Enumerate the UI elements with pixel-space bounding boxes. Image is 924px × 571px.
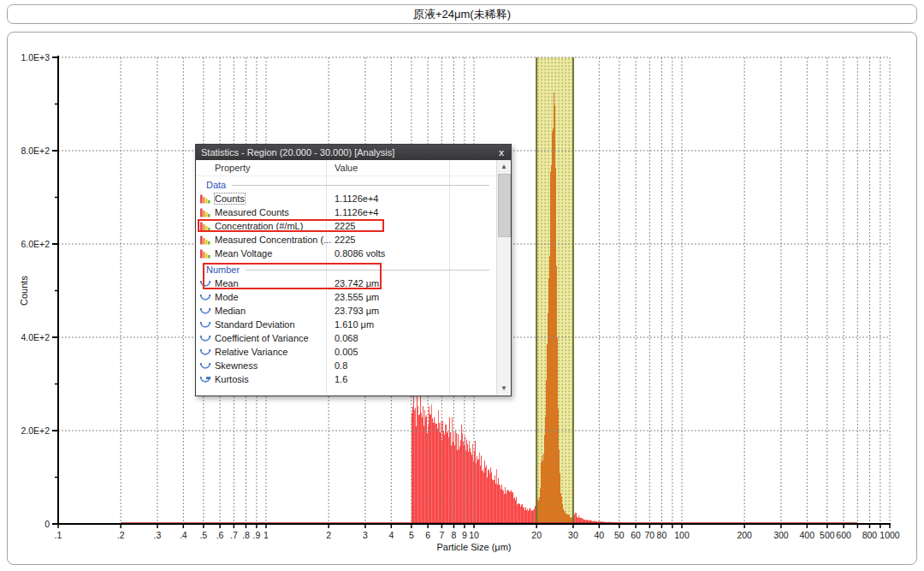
stat-value: 2225 bbox=[335, 221, 355, 231]
svg-text:20: 20 bbox=[531, 530, 542, 540]
svg-text:40: 40 bbox=[594, 530, 604, 540]
svg-text:8: 8 bbox=[452, 530, 457, 540]
stat-label: Coefficient of Variance bbox=[215, 333, 309, 343]
stat-value: 2225 bbox=[335, 235, 355, 245]
stat-row-median[interactable]: Median 23.793 μm bbox=[196, 304, 496, 318]
svg-text:8.0E+2: 8.0E+2 bbox=[21, 146, 50, 156]
svg-text:.1: .1 bbox=[55, 530, 62, 540]
stat-label: Measured Concentration (... bbox=[215, 235, 331, 245]
stat-row-standard-deviation[interactable]: Standard Deviation 1.610 μm bbox=[196, 318, 496, 331]
svg-text:.7: .7 bbox=[230, 530, 238, 540]
section-label: Number bbox=[206, 265, 240, 275]
stat-label: Standard Deviation bbox=[215, 319, 295, 330]
partial-row-fragment bbox=[206, 377, 210, 379]
svg-text:600: 600 bbox=[836, 530, 851, 540]
statistics-rows: Data Counts 1.1126e+4 Measured Counts 1.… bbox=[196, 178, 496, 386]
stat-value: 23.555 μm bbox=[335, 292, 379, 302]
stat-value: 23.742 μm bbox=[335, 278, 379, 288]
svg-text:70: 70 bbox=[645, 530, 655, 540]
dialog-scrollbar[interactable]: ▲ ▼ bbox=[496, 160, 511, 395]
scrollbar-thumb[interactable] bbox=[498, 174, 511, 237]
stat-label: Counts bbox=[215, 193, 245, 204]
stat-row-kurtosis[interactable]: Kurtosis 1.6 bbox=[196, 372, 496, 386]
svg-text:300: 300 bbox=[773, 530, 789, 540]
region-band-texture bbox=[536, 57, 573, 524]
stat-row-measured-counts[interactable]: Measured Counts 1.1126e+4 bbox=[196, 205, 496, 219]
svg-text:.9: .9 bbox=[252, 530, 260, 540]
stat-label: Mode bbox=[215, 292, 239, 302]
svg-text:4: 4 bbox=[388, 530, 394, 540]
stat-label: Relative Variance bbox=[215, 347, 287, 357]
svg-text:400: 400 bbox=[800, 530, 815, 540]
svg-text:3: 3 bbox=[363, 530, 368, 540]
stat-value: 1.6 bbox=[335, 374, 347, 384]
svg-text:4.0E+2: 4.0E+2 bbox=[21, 332, 50, 342]
svg-text:1.0E+3: 1.0E+3 bbox=[21, 52, 50, 62]
stat-value: 23.793 μm bbox=[335, 306, 379, 316]
svg-text:800: 800 bbox=[862, 530, 878, 540]
stat-value: 0.8 bbox=[335, 360, 347, 371]
stat-row-coefficient-of-variance[interactable]: Coefficient of Variance 0.068 bbox=[196, 331, 496, 345]
svg-text:60: 60 bbox=[631, 530, 641, 540]
stat-row-mode[interactable]: Mode 23.555 μm bbox=[196, 290, 496, 304]
svg-text:5: 5 bbox=[409, 530, 414, 540]
svg-text:80: 80 bbox=[657, 530, 667, 540]
stat-value: 1.610 μm bbox=[335, 319, 374, 330]
svg-text:2: 2 bbox=[326, 530, 331, 540]
curve-icon bbox=[199, 347, 211, 357]
svg-text:.8: .8 bbox=[242, 530, 250, 540]
y-axis-title: Counts bbox=[19, 276, 29, 306]
property-column-header: Property bbox=[215, 163, 251, 173]
svg-text:0: 0 bbox=[44, 519, 50, 529]
section-label: Data bbox=[206, 180, 226, 190]
stat-row-relative-variance[interactable]: Relative Variance 0.005 bbox=[196, 345, 496, 359]
value-column-header: Value bbox=[335, 163, 358, 173]
svg-text:.6: .6 bbox=[216, 530, 224, 540]
stat-value: 1.1126e+4 bbox=[335, 193, 379, 204]
stat-section-number: Number bbox=[196, 263, 496, 277]
close-icon[interactable]: x bbox=[497, 148, 506, 158]
curve-icon bbox=[199, 333, 211, 343]
svg-text:1000: 1000 bbox=[880, 530, 900, 540]
x-axis-title: Particle Size (μm) bbox=[436, 542, 511, 552]
bars-icon bbox=[199, 235, 211, 245]
svg-text:.4: .4 bbox=[180, 530, 187, 540]
stat-row-mean[interactable]: Mean 23.742 μm bbox=[196, 277, 496, 290]
section-rule bbox=[232, 185, 489, 186]
stat-value: 1.1126e+4 bbox=[335, 207, 379, 217]
svg-text:.2: .2 bbox=[117, 530, 125, 540]
stat-row-concentration-ml[interactable]: Concentration (#/mL) 2225 bbox=[196, 219, 496, 233]
curve-icon bbox=[199, 319, 211, 330]
stat-row-measured-concentration[interactable]: Measured Concentration (... 2225 bbox=[196, 233, 496, 247]
scroll-up-icon[interactable]: ▲ bbox=[497, 160, 511, 173]
stat-value: 0.8086 volts bbox=[335, 248, 385, 259]
svg-text:200: 200 bbox=[737, 530, 752, 540]
curve-icon bbox=[199, 374, 211, 384]
scroll-down-icon[interactable]: ▼ bbox=[497, 382, 511, 395]
stat-label: Concentration (#/mL) bbox=[215, 221, 303, 231]
svg-text:6: 6 bbox=[425, 530, 430, 540]
curve-icon bbox=[199, 306, 211, 316]
statistics-dialog-titlebar[interactable]: Statistics - Region (20.000 - 30.000) [A… bbox=[196, 145, 511, 160]
section-rule bbox=[246, 270, 489, 271]
svg-text:50: 50 bbox=[614, 530, 625, 540]
stat-label: Mean Voltage bbox=[215, 248, 272, 259]
svg-text:500: 500 bbox=[820, 530, 835, 540]
stat-row-counts[interactable]: Counts 1.1126e+4 bbox=[196, 192, 496, 205]
curve-icon bbox=[199, 360, 211, 371]
stat-label: Skewness bbox=[215, 360, 258, 371]
svg-text:30: 30 bbox=[568, 530, 578, 540]
stat-label: Measured Counts bbox=[215, 207, 289, 217]
stat-row-skewness[interactable]: Skewness 0.8 bbox=[196, 359, 496, 372]
stat-label: Mean bbox=[215, 278, 239, 288]
bars-icon bbox=[199, 207, 211, 217]
curve-icon bbox=[199, 278, 211, 288]
svg-text:7: 7 bbox=[439, 530, 444, 540]
svg-text:2.0E+2: 2.0E+2 bbox=[21, 425, 50, 436]
statistics-header-row: Property Value bbox=[196, 160, 497, 176]
bars-icon bbox=[199, 248, 211, 259]
stat-row-mean-voltage[interactable]: Mean Voltage 0.8086 volts bbox=[196, 247, 496, 260]
bars-icon bbox=[199, 193, 211, 204]
svg-text:6.0E+2: 6.0E+2 bbox=[21, 239, 50, 249]
statistics-dialog-body: Property Value Data Counts 1.1126e+4 Mea… bbox=[196, 160, 511, 395]
